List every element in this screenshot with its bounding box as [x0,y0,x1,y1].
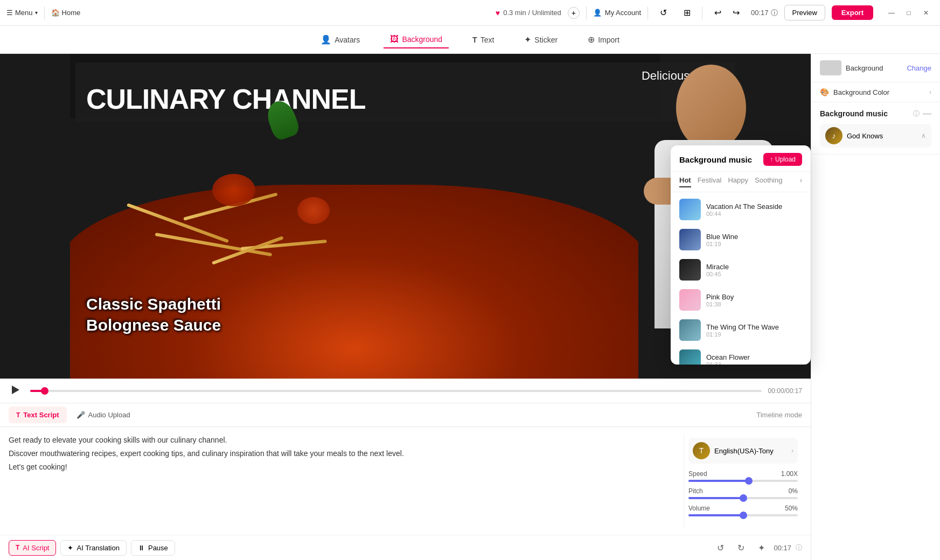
subtitle-line1: Classic Spaghetti [86,293,221,314]
cat-hot[interactable]: Hot [679,176,691,187]
voice-selector[interactable]: T English(USA)-Tony › [688,438,798,464]
pause-button[interactable]: ⏸ Pause [131,540,175,556]
grid-icon: ⊞ [684,8,691,18]
account-icon: 👤 [593,9,602,17]
ai-translation-button[interactable]: ✦ AI Translation [60,540,127,556]
cat-soothing[interactable]: Soothing [755,176,782,187]
toolbar-avatars[interactable]: 👤 Avatars [314,31,366,48]
track-name-wine: Blue Wine [706,233,802,241]
music-item-wine[interactable]: Blue Wine 01:19 [671,225,811,255]
progress-thumb [41,387,48,395]
pitch-label-row: Pitch 0% [688,487,798,495]
music-item-miracle[interactable]: Miracle 00:45 [671,255,811,285]
home-button[interactable]: 🏠 Home [51,9,81,17]
separator4 [702,6,702,19]
cat-more-icon[interactable]: › [800,176,802,187]
music-info-ocean: Ocean Flower 01:33 [706,353,802,365]
music-info-wave: The Wing Of The Wave 01:19 [706,323,802,338]
current-track-row[interactable]: ♪ God Knows ∧ [820,124,931,148]
sticker-label: Sticker [534,36,558,44]
video-title-small: Delicious Italian [86,69,725,83]
toolbar-import[interactable]: ⊕ Import [581,31,626,48]
thumb-pink [679,289,701,311]
upload-button[interactable]: ↑ Upload [763,153,802,166]
redo-button[interactable]: ↪ [727,4,744,22]
thumb-miracle [679,259,701,281]
track-avatar: ♪ [825,127,842,144]
music-section: Background music ⓘ — ♪ God Knows ∧ [811,102,940,155]
music-list: Vacation At The Seaside 00:44 Blue Wine … [671,192,811,365]
speed-thumb[interactable] [745,477,753,485]
thumb-seaside [679,199,701,220]
magic-button[interactable]: ✦ [753,540,769,556]
toolbar-background[interactable]: 🖼 Background [384,31,449,48]
export-button[interactable]: Export [832,5,873,20]
cat-happy[interactable]: Happy [728,176,748,187]
color-palette-icon: 🎨 [820,88,829,96]
action-icons: ↺ ↻ ✦ 00:17 ⓘ [712,540,802,556]
music-item-ocean[interactable]: Ocean Flower 01:33 [671,345,811,365]
speed-label-row: Speed 1.00X [688,470,798,478]
cat-festival[interactable]: Festival [698,176,722,187]
volume-thumb[interactable] [740,512,747,519]
volume-slider[interactable] [688,514,798,516]
change-button[interactable]: Change [907,64,931,72]
separator2 [586,6,587,19]
toolbar-text[interactable]: T Text [466,32,500,47]
script-line2: Discover mouthwatering recipes, expert c… [9,447,675,460]
music-item-pink[interactable]: Pink Boy 01:38 [671,285,811,315]
credit-display: ♥ 0.3 min / Unlimited [496,9,561,17]
background-color-row[interactable]: 🎨 Background Color › [811,82,940,102]
music-info-wine: Blue Wine 01:19 [706,233,802,247]
play-button[interactable] [9,383,24,398]
track-name-wave: The Wing Of The Wave [706,323,802,331]
account-button[interactable]: 👤 My Account [593,9,641,17]
ai-script-button[interactable]: T AI Script [9,540,56,556]
pitch-thumb[interactable] [740,494,747,502]
sauce-blob-1 [212,174,255,206]
avatars-icon: 👤 [321,34,331,45]
script-tabs: T Text Script 🎤 Audio Upload Timeline mo… [0,403,811,427]
redo-action-button[interactable]: ↻ [733,540,749,556]
undo-redo-group: ↩ ↪ [709,4,744,22]
toolbar-sticker[interactable]: ✦ Sticker [518,31,564,48]
undo-icon: ↩ [714,8,721,18]
undo-button[interactable]: ↩ [709,4,726,22]
grid-button[interactable]: ⊞ [678,4,695,22]
volume-fill [688,514,743,516]
speed-slider[interactable] [688,480,798,482]
chef-head [676,65,746,151]
home-icon: 🏠 [51,9,60,17]
current-track-name: God Knows [847,132,917,140]
music-item-wave[interactable]: The Wing Of The Wave 01:19 [671,315,811,345]
bg-color-label: Background Color [833,88,929,96]
close-button[interactable]: ✕ [918,5,934,20]
menu-chevron-icon: ▾ [35,10,38,16]
text-script-tab[interactable]: T Text Script [9,407,67,423]
heart-icon: ♥ [496,9,500,17]
add-button[interactable]: + [568,7,580,19]
track-duration-wave: 01:19 [706,331,802,338]
music-info-seaside: Vacation At The Seaside 00:44 [706,202,802,217]
pitch-slider[interactable] [688,497,798,499]
voice-avatar: T [693,442,710,459]
maximize-button[interactable]: □ [901,5,916,20]
subtitle-line2: Bolognese Sauce [86,314,221,335]
minimize-button[interactable]: — [884,5,899,20]
preview-button[interactable]: Preview [784,5,825,20]
window-controls: — □ ✕ [884,5,934,20]
history-button[interactable]: ↺ [654,4,672,22]
track-name-seaside: Vacation At The Seaside [706,202,802,211]
audio-upload-tab[interactable]: 🎤 Audio Upload [69,407,138,423]
time-display: 00:17 ⓘ [751,8,778,18]
text-script-icon: T [16,411,20,419]
music-collapse-button[interactable]: — [923,109,931,118]
menu-button[interactable]: ☰ Menu ▾ [6,9,38,17]
background-preview [820,60,841,75]
undo-action-button[interactable]: ↺ [712,540,728,556]
progress-track[interactable] [30,390,762,392]
ai-translation-label: AI Translation [76,544,120,552]
music-item-seaside[interactable]: Vacation At The Seaside 00:44 [671,194,811,225]
svg-marker-0 [12,386,19,394]
text-label: Text [481,36,495,44]
